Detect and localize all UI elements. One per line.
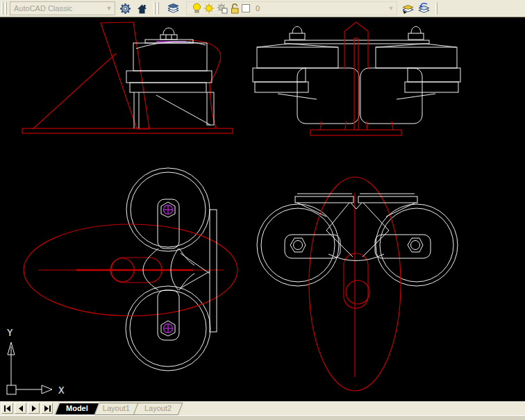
ucs-y-label: Y	[7, 327, 13, 338]
layer-previous-button[interactable]	[416, 1, 432, 17]
last-tab-icon	[44, 405, 51, 412]
layers-icon	[167, 3, 180, 15]
current-layer-name: 0	[256, 4, 383, 12]
layout-tab-bar: Model Layout1 Layout2	[0, 401, 525, 415]
toolbar-grip[interactable]	[5, 2, 7, 15]
sun-viewport-freeze-icon[interactable]	[217, 3, 228, 14]
workspace-combo[interactable]: AutoCAD Classic ▼	[10, 1, 115, 15]
make-object-layer-current-button[interactable]	[400, 1, 416, 17]
previous-tab-icon	[18, 405, 24, 412]
layer-color-swatch[interactable]	[242, 4, 250, 12]
gear-icon	[119, 3, 131, 15]
cad-drawing[interactable]: X Y	[0, 17, 525, 401]
last-tab-button[interactable]	[41, 403, 53, 414]
first-tab-button[interactable]	[1, 403, 13, 414]
first-tab-icon	[4, 405, 11, 412]
my-workspace-button[interactable]	[134, 1, 150, 17]
tab-layout1[interactable]: Layout1	[94, 403, 139, 415]
tab-nav-buttons	[1, 403, 53, 414]
toolbar-grip[interactable]	[157, 2, 159, 15]
ucs-x-label: X	[58, 385, 65, 396]
toolbar-grip[interactable]	[153, 2, 156, 15]
chevron-down-icon[interactable]: ▼	[103, 2, 115, 15]
toolbar-grip[interactable]	[435, 2, 438, 15]
layer-previous-icon	[417, 3, 431, 15]
tab-model[interactable]: Model	[57, 403, 97, 415]
workspace-settings-button[interactable]	[117, 1, 133, 17]
layer-control-combo[interactable]: 0 ▼	[186, 1, 397, 15]
home-icon	[136, 3, 148, 15]
previous-tab-button[interactable]	[15, 403, 26, 414]
status-strip	[0, 415, 525, 420]
ucs-icon: X Y	[7, 327, 65, 396]
layers-make-current-icon	[401, 3, 415, 15]
front-view[interactable]	[253, 22, 460, 135]
workspace-combo-value: AutoCAD Classic	[10, 4, 103, 12]
tab-layout2[interactable]: Layout2	[135, 403, 181, 415]
sun-thaw-icon[interactable]	[203, 3, 215, 14]
side-view[interactable]	[22, 22, 233, 133]
layer-properties-button[interactable]	[165, 1, 181, 17]
next-tab-button[interactable]	[28, 403, 40, 414]
top-toolbar: AutoCAD Classic ▼	[0, 0, 525, 17]
model-space-canvas[interactable]: X Y	[0, 17, 525, 401]
chevron-down-icon[interactable]: ▼	[385, 5, 397, 12]
top-view[interactable]	[24, 168, 238, 371]
lightbulb-on-icon[interactable]	[192, 3, 201, 14]
next-tab-icon	[31, 405, 37, 412]
layout-tabs: Model Layout1 Layout2	[57, 403, 177, 415]
padlock-unlock-icon[interactable]	[230, 3, 240, 14]
rear-view[interactable]	[257, 177, 458, 391]
toolbar-grip[interactable]	[1, 2, 3, 15]
